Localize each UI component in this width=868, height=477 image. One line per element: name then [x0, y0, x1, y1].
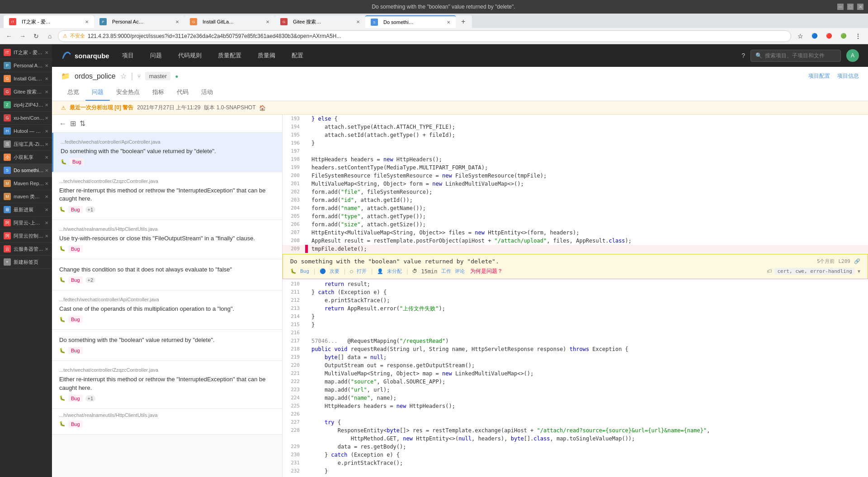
browser-tab-10[interactable]: S Do somethi… ✕: [365, 15, 456, 28]
menu-button[interactable]: ⋮: [852, 30, 864, 42]
tab-activity[interactable]: 活动: [195, 84, 219, 101]
sidebar-item-cloud[interactable]: 云 云服务器管… ✕: [0, 243, 52, 256]
issue-link-icon[interactable]: 🔗: [854, 258, 860, 264]
inline-severity[interactable]: 次要: [330, 268, 340, 275]
sidebar-close-aliyun1[interactable]: ✕: [45, 220, 48, 225]
close-button[interactable]: ✕: [857, 4, 863, 10]
extension-button-2[interactable]: 🔴: [823, 30, 835, 42]
sidebar-close-hutool[interactable]: ✕: [45, 129, 48, 134]
sidebar-close-aliyun2[interactable]: ✕: [45, 234, 48, 238]
user-avatar[interactable]: A: [846, 49, 859, 62]
sidebar-item-personal[interactable]: P Personal Ac… ✕: [0, 59, 52, 72]
maximize-button[interactable]: □: [847, 4, 854, 10]
star-icon[interactable]: ☆: [120, 72, 127, 80]
issue-item-3[interactable]: ...h/wechat/realnameutils/HttpClientUtil…: [52, 220, 282, 259]
why-issue-link[interactable]: 为何是问题？: [470, 267, 503, 275]
tab-overview[interactable]: 总览: [61, 84, 85, 101]
sidebar-item-gitee[interactable]: G Gitee 搜索… ✕: [0, 85, 52, 98]
sidebar-item-it[interactable]: IT IT之家 - 爱… ✕: [0, 46, 52, 59]
search-bar[interactable]: 🔍 搜索项目、子项目和文件: [750, 50, 841, 62]
sidebar-item-sonar[interactable]: S Do somethi… ✕: [0, 164, 52, 177]
back-button-issues[interactable]: ←: [59, 120, 66, 128]
tab-code[interactable]: 代码: [170, 84, 195, 101]
sidebar-close-install[interactable]: ✕: [45, 76, 48, 81]
home-icon[interactable]: 🏠: [259, 105, 266, 111]
tab-close-10[interactable]: ✕: [447, 20, 450, 25]
bookmark-button[interactable]: ☆: [794, 30, 807, 42]
sidebar-close-compress[interactable]: ✕: [45, 142, 48, 147]
sidebar-item-zip4j[interactable]: Z zip4j:ZIP4J… ✕: [0, 98, 52, 112]
issue-item-6[interactable]: Do something with the "boolean" value re…: [52, 330, 282, 361]
help-button[interactable]: ?: [741, 52, 745, 59]
tab-metrics[interactable]: 指标: [146, 84, 170, 101]
tab-close-4[interactable]: ✕: [356, 19, 360, 24]
sidebar-close-maven2[interactable]: ✕: [45, 194, 48, 199]
issue-item-2[interactable]: ...tech/wechat/controller/ZzqzcControlle…: [52, 172, 282, 220]
sidebar-item-maven[interactable]: M Maven Repo… ✕: [0, 177, 52, 190]
sidebar-close-sonar[interactable]: ✕: [45, 168, 48, 173]
nav-quality-gate[interactable]: 质量阈: [254, 50, 279, 61]
minimize-button[interactable]: ─: [837, 4, 844, 10]
filter-icon[interactable]: ⊞: [70, 119, 76, 128]
browser-tab-new[interactable]: +: [456, 15, 472, 28]
back-button[interactable]: ←: [4, 31, 14, 42]
issue-item-8[interactable]: ...h/wechat/realnameutils/HttpClientUtil…: [52, 409, 282, 435]
sort-icon[interactable]: ⇅: [80, 119, 85, 128]
home-button[interactable]: ⌂: [44, 31, 55, 42]
sidebar-item-hutool[interactable]: H Hutool — 🍬… ✕: [0, 125, 52, 138]
sidebar-item-latest[interactable]: 最 最新进展 ✕: [0, 203, 52, 216]
inline-resolution[interactable]: 未分配: [387, 268, 402, 275]
sidebar-close-cloud[interactable]: ✕: [45, 247, 48, 252]
inline-comment[interactable]: 评论: [455, 268, 465, 275]
issue-item-1[interactable]: ...fedtech/wechat/controller/ApiControll…: [52, 133, 282, 172]
inline-work[interactable]: 工作: [441, 268, 451, 275]
nav-code-rules[interactable]: 代码规则: [175, 50, 205, 61]
sidebar-item-xiaoshuang[interactable]: 小 小双私享 ✕: [0, 151, 52, 164]
project-config-link[interactable]: 项目配置: [808, 72, 830, 80]
project-name[interactable]: ordos_police: [75, 72, 116, 80]
sidebar-item-xu-ben[interactable]: G xu-ben/Con… ✕: [0, 112, 52, 125]
project-branch[interactable]: master: [145, 72, 170, 80]
sidebar-item-aliyun1[interactable]: 阿 阿里云-上… ✕: [0, 216, 52, 229]
new-tab-icon[interactable]: +: [461, 18, 465, 26]
address-bar[interactable]: ⚠ 不安全 121.4.23.85:9000/project/issues?id…: [58, 30, 791, 42]
tab-close-1[interactable]: ✕: [85, 19, 89, 24]
browser-tab-4[interactable]: G Gitee 搜索… ✕: [275, 15, 365, 28]
sidebar-close-latest[interactable]: ✕: [45, 207, 48, 212]
sidebar-item-aliyun2[interactable]: 阿 阿里云控制… ✕: [0, 229, 52, 243]
nav-issues[interactable]: 问题: [146, 50, 165, 61]
tab-issues[interactable]: 问题: [85, 84, 110, 101]
tab-close-2[interactable]: ✕: [175, 19, 179, 24]
reload-button[interactable]: ↻: [31, 31, 42, 42]
window-controls[interactable]: ─ □ ✕: [837, 4, 863, 10]
browser-tab-2[interactable]: P Personal Ac… ✕: [94, 15, 184, 28]
issue-item-5[interactable]: ...fedtech/wechat/controller/ApiControll…: [52, 290, 282, 330]
sidebar-close-xu-ben[interactable]: ✕: [45, 116, 48, 121]
browser-tab-3[interactable]: G Install GitLa… ✕: [184, 15, 275, 28]
inline-tags[interactable]: cert, cwe, error-handling: [774, 268, 855, 275]
sidebar-close-it[interactable]: ✕: [45, 50, 48, 55]
sidebar-item-new-tab[interactable]: + 新建标签页: [0, 256, 52, 269]
sidebar-close-xiaoshuang[interactable]: ✕: [45, 155, 48, 160]
sidebar-close-maven[interactable]: ✕: [45, 181, 48, 186]
sidebar-item-install[interactable]: G Install GitLa… ✕: [0, 72, 52, 85]
tab-close-3[interactable]: ✕: [266, 19, 269, 24]
sidebar-close-personal[interactable]: ✕: [45, 63, 48, 68]
extension-button-1[interactable]: 🔵: [808, 30, 821, 42]
nav-settings[interactable]: 配置: [288, 50, 307, 61]
sidebar-item-compress[interactable]: 压 压缩工具-Zi… ✕: [0, 138, 52, 151]
nav-projects[interactable]: 项目: [118, 50, 137, 61]
sidebar-close-gitee[interactable]: ✕: [45, 89, 48, 94]
extension-button-3[interactable]: 🟢: [837, 30, 850, 42]
forward-button[interactable]: →: [17, 31, 28, 42]
sidebar-close-zip4j[interactable]: ✕: [45, 103, 48, 108]
project-info-link[interactable]: 项目信息: [837, 72, 859, 80]
browser-tab-1[interactable]: IT IT之家 - 爱… ✕: [4, 15, 94, 28]
tab-security[interactable]: 安全热点: [110, 84, 146, 101]
inline-status[interactable]: 打开: [357, 268, 367, 275]
issue-item-4[interactable]: Change this condition so that it does no…: [52, 259, 282, 290]
issue-item-7[interactable]: ...tech/wechat/controller/ZzqzcControlle…: [52, 361, 282, 408]
sidebar-item-maven2[interactable]: M maven 类交… ✕: [0, 190, 52, 203]
nav-quality-config[interactable]: 质量配置: [214, 50, 245, 61]
tags-chevron[interactable]: ▼: [858, 269, 860, 274]
